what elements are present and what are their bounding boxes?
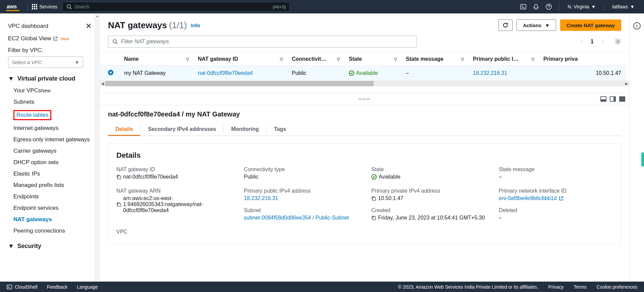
chevron-down-icon: ▼ bbox=[74, 59, 79, 65]
col-menu-icon[interactable]: ▽ bbox=[394, 57, 397, 62]
svg-rect-1 bbox=[34, 4, 35, 5]
content-area: NAT gateways (1/1) Info Actions▼ Create … bbox=[100, 13, 629, 284]
footer-language[interactable]: Language bbox=[77, 284, 98, 290]
info-link[interactable]: Info bbox=[191, 22, 200, 28]
svg-rect-7 bbox=[34, 8, 35, 9]
nav-dhcp[interactable]: DHCP option sets bbox=[13, 157, 92, 168]
vpc-select[interactable]: Select a VPC ▼ bbox=[8, 56, 83, 68]
col-menu-icon[interactable]: ▽ bbox=[280, 57, 283, 62]
tab-tags[interactable]: Tags bbox=[267, 123, 293, 136]
nav-elastic-ips[interactable]: Elastic IPs bbox=[13, 168, 92, 180]
layout-full-icon[interactable] bbox=[619, 96, 625, 102]
help-icon[interactable] bbox=[542, 4, 555, 10]
footer-privacy[interactable]: Privacy bbox=[548, 284, 564, 290]
footer-cloudshell[interactable]: CloudShell bbox=[7, 284, 38, 290]
table-row[interactable]: my NAT Gateway nat-0dfccf0f8e70eeda4 Pub… bbox=[100, 66, 627, 81]
nav-prefix-lists[interactable]: Managed prefix lists bbox=[13, 180, 92, 191]
footer-terms[interactable]: Terms bbox=[574, 284, 586, 290]
copy-icon[interactable] bbox=[116, 202, 121, 207]
nav-egress-gateways[interactable]: Egress-only internet gateways bbox=[13, 134, 92, 145]
region-selector[interactable]: N. Virginia ▼ bbox=[564, 4, 600, 9]
nav-endpoints[interactable]: Endpoints bbox=[13, 191, 92, 202]
svg-line-10 bbox=[70, 8, 71, 9]
notifications-icon[interactable] bbox=[530, 4, 542, 10]
nav-endpoint-services[interactable]: Endpoint services bbox=[13, 202, 92, 214]
copy-icon[interactable] bbox=[371, 215, 376, 220]
col-menu-icon[interactable]: ▽ bbox=[186, 57, 189, 62]
pagination: 〈 1 〉 bbox=[577, 38, 621, 46]
nav-carrier-gateways[interactable]: Carrier gateways bbox=[13, 145, 92, 157]
section-vpc[interactable]: ▼ Virtual private cloud bbox=[0, 68, 100, 85]
page-number: 1 bbox=[591, 38, 594, 45]
nav-nat-gateways[interactable]: NAT gateways bbox=[13, 214, 92, 225]
section-security[interactable]: ▼ Security bbox=[0, 237, 100, 252]
horizontal-scrollbar[interactable]: ◀ ▶ bbox=[100, 81, 629, 86]
page-title: NAT gateways bbox=[108, 20, 167, 31]
details-card: Details NAT gateway ID nat-0dfccf0f8e70e… bbox=[108, 143, 621, 244]
nav-route-tables[interactable]: Route tables bbox=[13, 108, 92, 123]
panel-splitter[interactable]: ═══ bbox=[100, 93, 629, 105]
nat-table: Name▽ NAT gateway ID▽ Connectivit…▽ Stat… bbox=[100, 52, 629, 81]
footer-cookies[interactable]: Cookie preferences bbox=[597, 284, 637, 290]
sidebar-scrollbar[interactable]: ▲ bbox=[94, 13, 100, 284]
footer: CloudShell Feedback Language © 2023, Ama… bbox=[0, 282, 644, 292]
layout-right-icon[interactable] bbox=[610, 96, 616, 102]
vpc-dashboard-link[interactable]: VPC dashboard ✕ bbox=[8, 19, 92, 33]
detail-panel: nat-0dfccf0f8e70eeda4 / my NAT Gateway D… bbox=[100, 105, 629, 244]
filter-input[interactable]: Filter NAT gateways bbox=[108, 36, 417, 48]
right-rail: i bbox=[629, 13, 644, 284]
svg-rect-4 bbox=[34, 6, 35, 7]
footer-feedback[interactable]: Feedback bbox=[47, 284, 67, 290]
prev-page[interactable]: 〈 bbox=[577, 38, 583, 46]
row-radio[interactable] bbox=[108, 70, 113, 75]
new-badge: New bbox=[60, 36, 69, 41]
svg-rect-20 bbox=[373, 197, 376, 200]
close-sidebar-icon[interactable]: ✕ bbox=[86, 22, 92, 31]
cell-state: Available bbox=[349, 70, 395, 76]
create-nat-button[interactable]: Create NAT gateway bbox=[560, 19, 621, 31]
search-icon bbox=[66, 4, 72, 9]
details-heading: Details bbox=[116, 151, 613, 160]
user-menu[interactable]: latifaws ▼ bbox=[608, 4, 639, 9]
detail-tabs: Details Secondary IPv4 addresses Monitor… bbox=[108, 123, 621, 136]
gear-icon bbox=[614, 38, 621, 45]
help-tab[interactable] bbox=[641, 152, 644, 166]
cell-nat-id[interactable]: nat-0dfccf0f8e70eeda4 bbox=[198, 70, 253, 76]
info-panel-toggle[interactable]: i bbox=[633, 22, 641, 30]
svg-rect-19 bbox=[118, 203, 121, 206]
nav-internet-gateways[interactable]: Internet gateways bbox=[13, 123, 92, 134]
table-settings[interactable] bbox=[614, 38, 621, 45]
filter-vpc-label: Filter by VPC: bbox=[8, 47, 92, 54]
tab-secondary-ipv4[interactable]: Secondary IPv4 addresses bbox=[141, 123, 223, 136]
nav-subnets[interactable]: Subnets bbox=[13, 96, 92, 108]
col-menu-icon[interactable]: ▽ bbox=[531, 57, 535, 62]
next-page[interactable]: 〉 bbox=[601, 38, 607, 46]
cell-connectivity: Public bbox=[286, 66, 343, 81]
copy-icon[interactable] bbox=[371, 196, 376, 201]
external-link-icon[interactable] bbox=[559, 196, 564, 201]
col-menu-icon[interactable]: ▽ bbox=[337, 57, 340, 62]
svg-point-13 bbox=[113, 40, 116, 43]
ec2-global-view-link[interactable]: EC2 Global View New bbox=[8, 33, 92, 44]
cloudshell-icon[interactable] bbox=[517, 4, 530, 10]
copy-icon[interactable] bbox=[116, 175, 121, 179]
tab-monitoring[interactable]: Monitoring bbox=[224, 123, 266, 136]
page-header: NAT gateways (1/1) Info Actions▼ Create … bbox=[100, 13, 629, 36]
caret-down-icon: ▼ bbox=[8, 75, 14, 82]
services-menu[interactable]: Services bbox=[32, 4, 57, 9]
col-menu-icon[interactable]: ▽ bbox=[461, 57, 464, 62]
svg-rect-22 bbox=[7, 285, 12, 289]
search-icon bbox=[112, 39, 118, 44]
drag-handle-icon[interactable]: ═══ bbox=[359, 96, 371, 102]
layout-bottom-icon[interactable] bbox=[600, 96, 606, 102]
tab-details[interactable]: Details bbox=[108, 123, 140, 136]
nav-peering[interactable]: Peering connections bbox=[13, 225, 92, 237]
svg-point-15 bbox=[617, 41, 619, 43]
refresh-button[interactable] bbox=[498, 19, 513, 31]
global-search[interactable]: Search [Alt+S] bbox=[62, 2, 290, 12]
nav-your-vpcs[interactable]: Your VPCsNew bbox=[13, 85, 92, 96]
svg-rect-3 bbox=[32, 6, 33, 7]
aws-logo[interactable]: aws bbox=[7, 4, 17, 10]
actions-button[interactable]: Actions▼ bbox=[517, 19, 556, 31]
cell-public-ip[interactable]: 18.232.216.31 bbox=[473, 70, 507, 76]
